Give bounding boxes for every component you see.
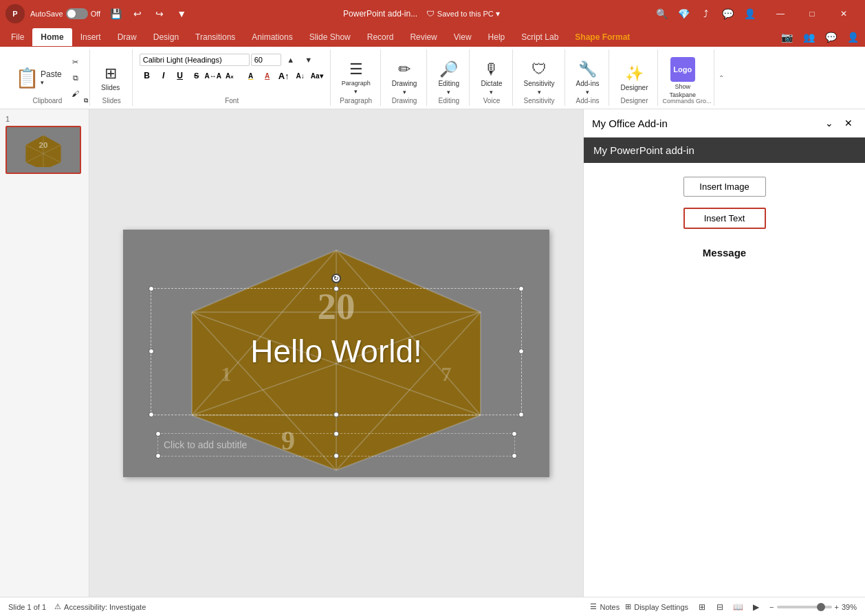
insert-text-button[interactable]: Insert Text [683, 208, 766, 229]
slide-workspace[interactable]: 20 9 1 7 ↻ [89, 109, 583, 597]
addin-minimize-button[interactable]: ⌄ [821, 115, 837, 131]
customize-button[interactable]: ▼ [172, 4, 191, 23]
share-button[interactable]: ⤴ [696, 4, 715, 23]
subtitle-placeholder: Click to add subtitle [164, 439, 247, 450]
minimize-button[interactable]: — [765, 0, 796, 28]
highlight-button[interactable]: A [243, 69, 259, 82]
tab-animations[interactable]: Animations [243, 28, 300, 46]
display-settings-button[interactable]: ⊞ Display Settings [625, 602, 688, 611]
tab-help[interactable]: Help [480, 28, 514, 46]
maximize-button[interactable]: □ [796, 0, 828, 28]
addin-panel: My Office Add-in ⌄ ✕ My PowerPoint add-i… [583, 109, 865, 597]
collab-button[interactable]: 👥 [799, 28, 818, 47]
sub-handle-tr[interactable] [512, 431, 517, 437]
notes-button[interactable]: ☰ Notes [590, 602, 620, 611]
clear-format-button[interactable]: Aₓ [222, 69, 237, 82]
slide-title[interactable]: Hello World! [123, 333, 549, 370]
sensitivity-button[interactable]: 🛡 Sensitivity ▾ [520, 58, 559, 98]
ribbon-chat-button[interactable]: 💬 [821, 28, 840, 47]
sub-handle-br[interactable] [512, 453, 517, 459]
change-case[interactable]: Aa▾ [309, 69, 325, 82]
tab-file[interactable]: File [3, 28, 32, 46]
underline-button[interactable]: U [173, 69, 188, 82]
reading-view-button[interactable]: 📖 [730, 600, 746, 614]
clipboard-expand[interactable]: ⧉ [84, 97, 88, 104]
ribbon-collapse-button[interactable]: ⌃ [716, 50, 727, 106]
font-name-input[interactable] [140, 54, 250, 66]
sensitivity-group: 🛡 Sensitivity ▾ Sensitivity [514, 50, 565, 106]
font-label: Font [134, 97, 330, 104]
font-size-smaller[interactable]: A↓ [293, 69, 308, 82]
italic-button[interactable]: I [156, 69, 171, 82]
premium-button[interactable]: 💎 [674, 4, 693, 23]
profile-button[interactable]: 👤 [740, 4, 759, 23]
tab-record[interactable]: Record [359, 28, 402, 46]
right-header-buttons: 🔍 💎 ⤴ 💬 👤 [652, 4, 759, 23]
slide-thumbnail[interactable]: 20 [6, 126, 81, 174]
slide-sorter-button[interactable]: ⊟ [712, 600, 728, 614]
copy-button[interactable]: ⧉ [67, 70, 84, 85]
tab-review[interactable]: Review [402, 28, 445, 46]
sub-handle-bc[interactable] [333, 453, 339, 459]
autosave-toggle[interactable] [66, 8, 88, 19]
font-size-up[interactable]: ▲ [283, 52, 299, 67]
cut-button[interactable]: ✂ [67, 54, 84, 69]
redo-button[interactable]: ↪ [150, 4, 169, 23]
paste-label-group: Paste ▾ [41, 69, 62, 86]
tab-transitions[interactable]: Transitions [187, 28, 243, 46]
addin-close-button[interactable]: ✕ [840, 115, 857, 131]
sub-handle-tc[interactable] [333, 431, 339, 437]
show-taskpane-label: Show [675, 83, 690, 90]
tab-design[interactable]: Design [145, 28, 187, 46]
tab-draw[interactable]: Draw [109, 28, 145, 46]
addins-button[interactable]: 🔧 Add-ins ▾ [572, 58, 604, 98]
app-title-section: PowerPoint add-in... 🛡 Saved to this PC … [191, 9, 652, 19]
paragraph-button[interactable]: ☰ Paragraph ▾ [338, 58, 375, 98]
bold-button[interactable]: B [140, 69, 155, 82]
new-slide-button[interactable]: ⊞ Slides [97, 62, 124, 94]
dictate-button[interactable]: 🎙 Dictate ▾ [477, 58, 506, 98]
close-button[interactable]: ✕ [828, 0, 859, 28]
tab-shape-format[interactable]: Shape Format [567, 28, 638, 46]
font-size-input[interactable] [251, 54, 281, 66]
insert-image-button[interactable]: Insert Image [683, 177, 766, 197]
search-button[interactable]: 🔍 [652, 4, 671, 23]
sub-handle-bl[interactable] [155, 453, 161, 459]
save-status-arrow[interactable]: ▾ [496, 9, 500, 19]
paste-icon: 📋 [15, 67, 39, 89]
slideshow-button[interactable]: ▶ [747, 600, 764, 614]
tab-insert[interactable]: Insert [72, 28, 109, 46]
normal-view-button[interactable]: ⊞ [694, 600, 710, 614]
slides-icon: ⊞ [105, 65, 117, 82]
zoom-plus[interactable]: + [835, 603, 839, 611]
drawing-group: ✏ Drawing ▾ Drawing [382, 50, 428, 106]
editing-button[interactable]: 🔎 Editing ▾ [434, 58, 463, 98]
zoom-thumb[interactable] [817, 603, 825, 611]
undo-button[interactable]: ↩ [128, 4, 147, 23]
tab-slideshow[interactable]: Slide Show [301, 28, 359, 46]
tab-view[interactable]: View [446, 28, 480, 46]
zoom-minus[interactable]: − [769, 603, 774, 611]
strikethrough-button[interactable]: S [189, 69, 204, 82]
save-button[interactable]: 💾 [106, 4, 125, 23]
accessibility-label[interactable]: Accessibility: Investigate [64, 603, 146, 611]
tab-scriptlab[interactable]: Script Lab [513, 28, 567, 46]
show-taskpane-button[interactable]: Logo Show Taskpane [665, 54, 700, 101]
designer-button[interactable]: ✨ Designer [616, 62, 652, 94]
ribbon-profile-button[interactable]: 👤 [843, 28, 862, 47]
font-color-button[interactable]: A [260, 69, 275, 82]
paste-label: Paste [41, 69, 62, 79]
addin-header: My PowerPoint add-in [584, 138, 865, 163]
camera-button[interactable]: 📷 [777, 28, 796, 47]
zoom-slider[interactable] [777, 606, 832, 608]
spacing-button[interactable]: A↔A [206, 69, 221, 82]
sub-handle-tl[interactable] [155, 431, 161, 437]
tab-home[interactable]: Home [32, 28, 72, 46]
font-size-down[interactable]: ▼ [300, 52, 317, 67]
comments-button[interactable]: 💬 [718, 4, 737, 23]
drawing-button[interactable]: ✏ Drawing ▾ [388, 58, 421, 98]
font-size-bigger[interactable]: A↑ [276, 69, 292, 82]
paste-button[interactable]: 📋 Paste ▾ [11, 64, 66, 92]
subtitle-area[interactable]: Click to add subtitle [157, 433, 515, 456]
dictate-label: Dictate [481, 80, 502, 87]
